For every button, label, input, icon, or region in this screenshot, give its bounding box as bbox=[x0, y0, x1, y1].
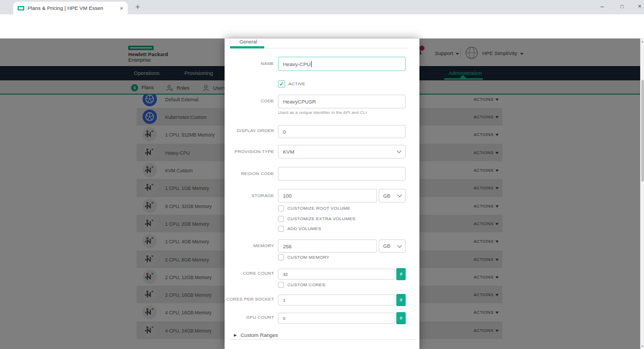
active-checkbox[interactable]: ✓ ACTIVE bbox=[278, 80, 305, 88]
scroll-up-arrow-icon[interactable]: ▲ bbox=[641, 40, 644, 43]
checkbox-label: CUSTOMIZE ROOT VOLUME bbox=[287, 206, 350, 211]
tab-close-icon[interactable]: × bbox=[120, 5, 123, 12]
region-code-label: REGION CODE bbox=[225, 171, 274, 176]
name-label: NAME bbox=[225, 61, 274, 66]
checkbox-icon[interactable] bbox=[278, 226, 284, 232]
active-tab-bar bbox=[230, 46, 264, 48]
core-count-value: 32 bbox=[283, 272, 288, 277]
code-input[interactable]: HeavyCPUSR bbox=[278, 95, 406, 108]
checkbox-icon[interactable] bbox=[278, 282, 284, 288]
storage-input[interactable]: 100 bbox=[278, 189, 377, 203]
window-maximize-button[interactable]: □ bbox=[618, 4, 626, 9]
window-minimize-button[interactable]: – bbox=[598, 3, 607, 9]
checkbox-label: ADD VOLUMES bbox=[287, 226, 321, 231]
memory-unit-select[interactable]: GB bbox=[379, 239, 406, 253]
core-count-number-button[interactable]: # bbox=[396, 268, 406, 280]
region-code-input[interactable] bbox=[278, 167, 406, 181]
tab-strip: Plans & Pricing | HPE VM Essen × + – □ × bbox=[0, 0, 644, 14]
browser-window: Plans & Pricing | HPE VM Essen × + – □ ×… bbox=[0, 0, 644, 349]
window-close-button[interactable]: × bbox=[635, 3, 644, 9]
bookmarks-bar: HPE VM Essentials bbox=[0, 28, 644, 39]
memory-unit-value: GB bbox=[383, 243, 390, 249]
custom-ranges-expander[interactable]: ▶ Custom Ranges bbox=[234, 332, 278, 338]
new-tab-button[interactable]: + bbox=[135, 2, 140, 11]
tab-title: Plans & Pricing | HPE VM Essen bbox=[28, 5, 117, 11]
provision-type-label: PROVISION TYPE bbox=[225, 149, 274, 154]
active-checkbox-label: ACTIVE bbox=[288, 81, 305, 86]
checkbox-label: CUSTOMIZE EXTRA VOLUMES bbox=[287, 216, 356, 221]
gpu-count-number-button[interactable]: # bbox=[396, 312, 406, 324]
customize-root-volume-checkbox[interactable]: CUSTOMIZE ROOT VOLUME bbox=[278, 205, 350, 211]
custom-cores-checkbox[interactable]: CUSTOM CORES bbox=[278, 282, 325, 288]
memory-input[interactable]: 256 bbox=[278, 239, 377, 253]
browser-tab[interactable]: Plans & Pricing | HPE VM Essen × bbox=[13, 2, 128, 14]
core-count-input[interactable]: 32 bbox=[278, 269, 395, 280]
cores-per-socket-label: CORES PER SOCKET bbox=[225, 297, 274, 302]
storage-unit-value: GB bbox=[383, 193, 390, 199]
checkbox-icon[interactable] bbox=[278, 254, 284, 260]
expander-divider bbox=[230, 339, 416, 340]
hpe-favicon-icon bbox=[18, 6, 24, 10]
storage-unit-select[interactable]: GB bbox=[379, 189, 406, 203]
name-input[interactable]: Heavy-CPU bbox=[278, 57, 406, 71]
expander-arrow-icon: ▶ bbox=[234, 333, 237, 337]
provision-type-value: KVM bbox=[283, 149, 294, 155]
text-cursor bbox=[311, 61, 312, 67]
checkbox-checked-icon[interactable]: ✓ bbox=[278, 80, 285, 88]
code-value: HeavyCPUSR bbox=[283, 99, 316, 105]
cores-per-socket-number-button[interactable]: # bbox=[396, 294, 406, 306]
storage-value: 100 bbox=[283, 193, 292, 199]
chevron-down-icon bbox=[397, 149, 401, 153]
checkbox-icon[interactable] bbox=[278, 205, 284, 211]
gpu-count-value: 0 bbox=[283, 316, 285, 321]
customize-extra-volumes-checkbox[interactable]: CUSTOMIZE EXTRA VOLUMES bbox=[278, 216, 356, 222]
checkbox-label: CUSTOM MEMORY bbox=[287, 255, 330, 260]
gpu-count-input[interactable]: 0 bbox=[278, 313, 395, 324]
checkbox-icon[interactable] bbox=[278, 216, 284, 222]
page-scrollbar[interactable]: ▲ ▼ bbox=[640, 39, 644, 349]
chevron-down-icon bbox=[397, 243, 402, 247]
core-count-label: CORE COUNT bbox=[225, 271, 274, 276]
name-value: Heavy-CPU bbox=[283, 61, 310, 67]
chevron-down-icon bbox=[397, 193, 402, 197]
add-volumes-checkbox[interactable]: ADD VOLUMES bbox=[278, 226, 321, 232]
display-order-label: DISPLAY ORDER bbox=[225, 128, 274, 133]
code-helper-text: Used as a unique identifier in the API a… bbox=[278, 110, 367, 115]
memory-value: 256 bbox=[283, 243, 292, 249]
browser-toolbar: ← → ↻ ! Not secure https://192.168.14.48… bbox=[0, 14, 644, 28]
cores-per-socket-value: 1 bbox=[283, 298, 285, 303]
provision-type-select[interactable]: KVM bbox=[278, 145, 406, 159]
code-label: CODE bbox=[225, 99, 274, 103]
memory-label: MEMORY bbox=[225, 243, 274, 248]
display-order-input[interactable]: 0 bbox=[278, 125, 406, 138]
display-order-value: 0 bbox=[283, 129, 286, 135]
custom-memory-checkbox[interactable]: CUSTOM MEMORY bbox=[278, 254, 330, 260]
modal-tab-general[interactable]: General bbox=[239, 39, 257, 45]
gpu-count-label: GPU COUNT bbox=[225, 315, 274, 320]
custom-ranges-label: Custom Ranges bbox=[241, 332, 278, 338]
service-plan-modal: General NAME Heavy-CPU ✓ ACTIVE CODE Hea… bbox=[225, 39, 419, 349]
storage-label: STORAGE bbox=[225, 193, 274, 198]
cores-per-socket-input[interactable]: 1 bbox=[278, 295, 395, 306]
scroll-down-arrow-icon[interactable]: ▼ bbox=[641, 345, 644, 348]
scrollbar-thumb[interactable] bbox=[641, 80, 644, 182]
checkbox-label: CUSTOM CORES bbox=[287, 282, 325, 287]
